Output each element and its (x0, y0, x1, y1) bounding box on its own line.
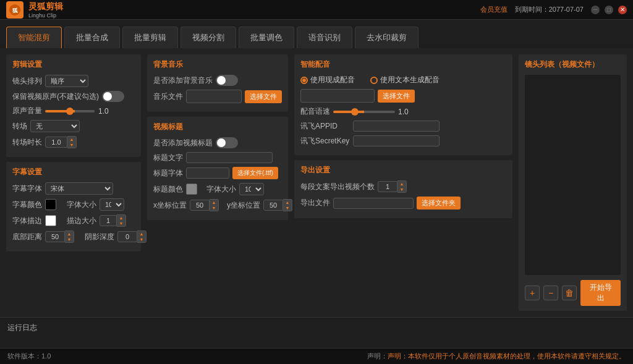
svg-text:狐: 狐 (12, 7, 19, 14)
app-wrapper: 狐 灵狐剪辑 Linghu Clip 会员充值 到期时间：2077-07-07 … (0, 0, 633, 364)
minimize-button[interactable]: ─ (591, 6, 600, 14)
title-font-input[interactable] (186, 167, 229, 179)
shot-order-select[interactable]: 顺序 随机 (45, 75, 88, 87)
shot-list-add-button[interactable]: + (525, 286, 540, 300)
shadow-depth-down[interactable]: ▼ (137, 237, 146, 242)
shot-list-delete-button[interactable]: 🗑 (562, 286, 577, 300)
title-font-size-select[interactable]: 1012 (239, 183, 264, 195)
x-pos-input[interactable] (190, 200, 210, 211)
transition-select[interactable]: 无 淡入淡出 (30, 120, 80, 132)
dub-speed-slider[interactable] (333, 111, 395, 113)
app-title: 灵狐剪辑 (28, 1, 63, 12)
use-tts-radio[interactable]: 使用文本生成配音 (370, 75, 440, 85)
version-label: 软件版本：1.0 (7, 352, 51, 361)
music-file-row: 音乐文件 选择文件 (153, 90, 282, 103)
shot-list-panel: 镜头列表（视频文件） + − 🗑 开始导出 (519, 54, 627, 311)
use-existing-radio[interactable]: 使用现成配音 (300, 75, 355, 85)
smart-dub-panel: 智能配音 使用现成配音 使用文本生成配音 选择文件 配 (294, 54, 512, 155)
stroke-size-label: 描边大小 (67, 216, 96, 226)
shadow-depth-spinner: ▲ ▼ (117, 231, 147, 243)
y-pos-down[interactable]: ▼ (283, 205, 292, 211)
start-export-button[interactable]: 开始导出 (580, 280, 621, 306)
shadow-depth-input[interactable] (117, 231, 137, 242)
shot-list-remove-button[interactable]: − (543, 286, 558, 300)
tab-watermark-crop[interactable]: 去水印裁剪 (355, 27, 418, 48)
subtitle-settings-title: 字幕设置 (12, 167, 135, 177)
select-export-folder-button[interactable]: 选择文件夹 (417, 197, 461, 210)
shadow-depth-up[interactable]: ▲ (137, 231, 146, 237)
edit-settings-title: 剪辑设置 (12, 59, 135, 70)
stroke-size-input[interactable] (100, 215, 117, 226)
nav-bar: 智能混剪 批量合成 批量剪辑 视频分割 批量调色 语音识别 去水印裁剪 (0, 20, 633, 48)
close-button[interactable]: ✕ (618, 6, 627, 14)
bottom-margin-input[interactable] (45, 231, 65, 242)
bottom-margin-up[interactable]: ▲ (65, 231, 74, 237)
select-music-file-button[interactable]: 选择文件 (245, 90, 282, 103)
bg-music-title: 背景音乐 (153, 59, 282, 70)
transition-duration-input[interactable] (45, 137, 67, 148)
tab-batch-color[interactable]: 批量调色 (239, 27, 294, 48)
subtitle-color-box[interactable] (45, 199, 56, 210)
bottom-margin-down[interactable]: ▼ (65, 237, 74, 242)
app-logo: 狐 (6, 1, 23, 19)
log-section: 运行日志 (0, 317, 633, 348)
export-file-input[interactable] (333, 198, 414, 209)
maximize-button[interactable]: □ (605, 6, 613, 14)
transition-duration-up[interactable]: ▲ (67, 137, 76, 142)
select-dub-file-button[interactable]: 选择文件 (378, 90, 415, 103)
subtitle-font-select[interactable]: 宋体 黑体 微软雅黑 (45, 182, 113, 195)
export-settings-panel: 导出设置 每段文案导出视频个数 ▲ ▼ 导出文件 选择文件夹 (294, 160, 512, 218)
stroke-size-up[interactable]: ▲ (117, 215, 125, 221)
col-mid: 背景音乐 是否添加背景音乐 音乐文件 选择文件 视频标题 是否添加视频标题 (147, 54, 288, 311)
select-font-button[interactable]: 选择文件(.ttf) (232, 167, 278, 179)
x-pos-down[interactable]: ▼ (210, 205, 218, 211)
dub-speed-row: 配音语速 1.0 (300, 106, 506, 117)
add-subtitle-row: 是否添加视频标题 (153, 137, 282, 148)
dub-speed-value: 1.0 (398, 108, 409, 116)
dub-speed-label: 配音语速 (300, 106, 330, 117)
videos-per-text-input[interactable] (378, 181, 397, 192)
videos-per-text-down[interactable]: ▼ (397, 187, 406, 192)
transition-duration-down[interactable]: ▼ (67, 142, 76, 148)
disclaimer-text: 声明：声明：本软件仅用于个人原创音视频素材的处理，使用本软件请遵守相关规定。 (367, 352, 626, 361)
add-subtitle-toggle[interactable] (216, 137, 238, 148)
subtitle-font-label: 字幕字体 (12, 184, 42, 194)
tab-video-split[interactable]: 视频分割 (181, 27, 236, 48)
secret-key-label: 讯飞SecretKey (300, 136, 350, 146)
original-volume-slider[interactable] (45, 110, 95, 112)
shadow-depth-btns: ▲ ▼ (137, 231, 147, 243)
y-pos-up[interactable]: ▲ (283, 200, 292, 205)
appid-input[interactable] (353, 121, 440, 132)
tab-batch-edit[interactable]: 批量剪辑 (122, 27, 178, 48)
subtitle-font-row: 字幕字体 宋体 黑体 微软雅黑 (12, 182, 135, 195)
transition-duration-spinner: ▲ ▼ (45, 136, 77, 148)
log-title: 运行日志 (7, 323, 626, 333)
music-file-input[interactable] (186, 90, 242, 103)
dub-file-input[interactable] (300, 89, 375, 103)
x-pos-up[interactable]: ▲ (210, 200, 218, 205)
x-pos-spinner: ▲ ▼ (190, 199, 219, 211)
videos-per-text-row: 每段文案导出视频个数 ▲ ▼ (300, 180, 506, 193)
col-left: 剪辑设置 镜头排列 顺序 随机 保留视频原声(不建议勾选) 原声音量 (6, 54, 141, 311)
tab-speech-recog[interactable]: 语音识别 (297, 27, 352, 48)
shot-list-title: 镜头列表（视频文件） (525, 59, 621, 70)
title-color-row: 标题颜色 字体大小 1012 (153, 183, 282, 195)
videos-per-text-spinner: ▲ ▼ (378, 180, 407, 193)
title-text-input[interactable] (186, 152, 273, 163)
video-subtitle-panel: 视频标题 是否添加视频标题 标题文字 标题字体 选择文件(.ttf) 标题颜色 (147, 117, 288, 220)
stroke-size-down[interactable]: ▼ (117, 221, 125, 226)
y-pos-input[interactable] (263, 200, 283, 211)
add-music-toggle[interactable] (216, 75, 238, 86)
content-area: 剪辑设置 镜头排列 顺序 随机 保留视频原声(不建议勾选) 原声音量 (0, 48, 633, 317)
export-settings-title: 导出设置 (300, 165, 506, 176)
stroke-color-box[interactable] (45, 215, 56, 226)
title-color-box[interactable] (186, 184, 197, 195)
tab-batch-compose[interactable]: 批量合成 (64, 27, 120, 48)
keep-audio-toggle[interactable] (102, 91, 124, 102)
vip-button[interactable]: 会员充值 (480, 5, 508, 14)
title-color-label: 标题颜色 (153, 184, 183, 195)
videos-per-text-up[interactable]: ▲ (397, 181, 406, 187)
font-size-select[interactable]: 101214 (100, 198, 124, 211)
secret-key-input[interactable] (353, 135, 440, 146)
tab-smart-mix[interactable]: 智能混剪 (6, 27, 62, 48)
